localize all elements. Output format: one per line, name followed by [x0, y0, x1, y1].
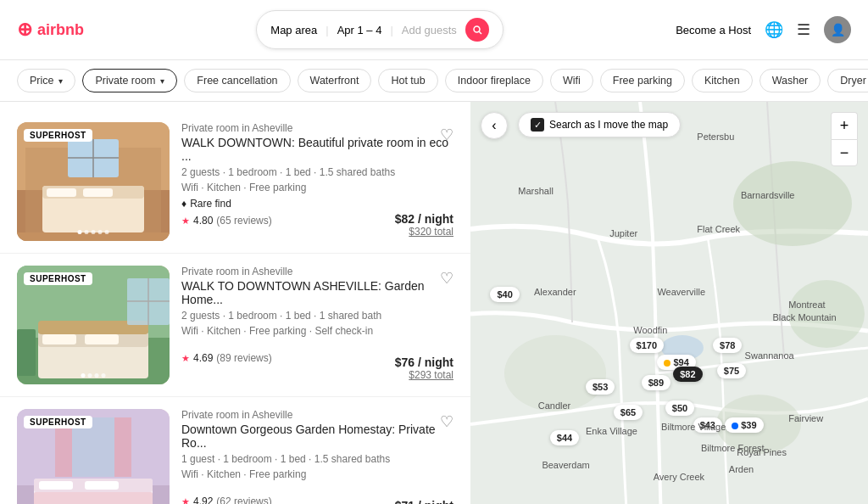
- filter-washer[interactable]: Washer: [760, 69, 821, 92]
- map-back-button[interactable]: ‹: [481, 112, 508, 139]
- listing-card-3: SUPERHOST Private room in Asheville Down…: [0, 397, 470, 504]
- listing-price-1: $82 / night $320 total: [395, 212, 453, 238]
- price-pin-50[interactable]: $50: [665, 400, 694, 416]
- listing-image-2[interactable]: SUPERHOST: [17, 266, 170, 384]
- image-dots-2: [81, 373, 106, 378]
- price-pin-43[interactable]: $43: [693, 417, 722, 433]
- listing-amenities-3: Wifi · Kitchen · Free parking: [181, 468, 453, 480]
- filter-bar: Price ▾ Private room ▾ Free cancellation…: [0, 60, 868, 102]
- star-icon: ★: [181, 496, 190, 505]
- logo-text: airbnb: [37, 21, 84, 39]
- logo[interactable]: ⊕ airbnb: [17, 19, 84, 41]
- main-content: SUPERHOST Private room in Asheville WALK…: [0, 102, 868, 504]
- listing-details-1: 2 guests · 1 bedroom · 1 bed · 1.5 share…: [181, 166, 453, 178]
- filter-free-cancellation[interactable]: Free cancellation: [184, 69, 290, 92]
- svg-point-39: [733, 161, 852, 246]
- price-night-1: $82 / night: [395, 212, 453, 226]
- price-pin-170[interactable]: $170: [630, 338, 664, 353]
- map-background: [470, 102, 868, 504]
- search-as-move-toggle[interactable]: ✓ Search as I move the map: [518, 112, 681, 137]
- svg-rect-31: [114, 417, 131, 477]
- price-night-3: $71 / night: [395, 499, 453, 504]
- price-pin-75[interactable]: $75: [717, 363, 746, 378]
- svg-rect-34: [39, 481, 73, 490]
- filter-price[interactable]: Price ▾: [17, 69, 75, 92]
- listing-title-3[interactable]: Downtown Gorgeous Garden Homestay: Priva…: [181, 423, 453, 450]
- listing-info-3: Private room in Asheville Downtown Gorge…: [181, 409, 453, 504]
- svg-point-0: [474, 26, 480, 32]
- filter-indoor-fireplace[interactable]: Indoor fireplace: [445, 69, 543, 92]
- superhost-badge-3: SUPERHOST: [24, 416, 92, 428]
- svg-rect-21: [85, 334, 119, 344]
- listing-image-3[interactable]: SUPERHOST: [17, 409, 170, 504]
- listing-price-2: $76 / night $293 total: [395, 356, 453, 381]
- listing-type-3: Private room in Asheville: [181, 409, 453, 421]
- zoom-out-button[interactable]: −: [831, 139, 858, 166]
- listing-price-3: $71 / night $276 total: [395, 499, 453, 504]
- menu-icon[interactable]: ☰: [797, 20, 810, 39]
- price-pin-89[interactable]: $89: [642, 375, 670, 390]
- price-pin-40[interactable]: $40: [490, 287, 519, 302]
- svg-rect-11: [83, 188, 113, 197]
- diamond-icon: ♦: [181, 198, 186, 210]
- filter-hot-tub[interactable]: Hot tub: [378, 69, 437, 92]
- search-guests[interactable]: Add guests: [402, 24, 457, 36]
- superhost-badge-2: SUPERHOST: [24, 272, 92, 285]
- filter-free-parking[interactable]: Free parking: [600, 69, 685, 92]
- review-count-1: (65 reviews): [216, 215, 271, 227]
- zoom-in-button[interactable]: +: [831, 112, 858, 139]
- image-dots-1: [78, 230, 109, 234]
- listing-details-2: 2 guests · 1 bedroom · 1 bed · 1 shared …: [181, 310, 453, 322]
- svg-line-1: [479, 31, 481, 34]
- listing-title-2[interactable]: WALK TO DOWNTOWN ASHEVILLE: Garden Home.…: [181, 279, 453, 306]
- header: ⊕ airbnb Map area | Apr 1 – 4 | Add gues…: [0, 0, 868, 60]
- wishlist-button-1[interactable]: ♡: [440, 126, 453, 144]
- search-location[interactable]: Map area: [270, 24, 317, 36]
- filter-dryer[interactable]: Dryer: [827, 69, 868, 92]
- svg-rect-23: [17, 329, 36, 376]
- svg-point-42: [504, 335, 606, 412]
- listing-type-2: Private room in Asheville: [181, 266, 453, 277]
- filter-waterfront[interactable]: Waterfront: [298, 69, 372, 92]
- price-pin-39[interactable]: $39: [725, 417, 763, 433]
- price-total-2: $293 total: [395, 369, 453, 381]
- listing-title-1[interactable]: WALK DOWNTOWN: Beautiful private room in…: [181, 136, 453, 163]
- search-button[interactable]: [465, 18, 489, 42]
- star-icon: ★: [181, 216, 190, 227]
- listing-image-1[interactable]: SUPERHOST: [17, 122, 170, 241]
- filter-kitchen[interactable]: Kitchen: [692, 69, 753, 92]
- star-icon: ★: [181, 353, 190, 364]
- price-pin-44[interactable]: $44: [550, 430, 579, 445]
- listing-details-3: 1 guest · 1 bedroom · 1 bed · 1.5 shared…: [181, 453, 453, 465]
- svg-rect-20: [42, 334, 76, 344]
- filter-private-room[interactable]: Private room ▾: [82, 69, 177, 92]
- svg-point-40: [788, 280, 865, 348]
- become-host-link[interactable]: Become a Host: [676, 24, 751, 36]
- zoom-controls: + −: [831, 112, 858, 166]
- airbnb-logo-icon: ⊕: [17, 19, 32, 41]
- listing-card-1: SUPERHOST Private room in Asheville WALK…: [0, 110, 470, 254]
- review-count-3: (62 reviews): [216, 496, 271, 504]
- filter-wifi[interactable]: Wifi: [550, 69, 593, 92]
- price-pin-82[interactable]: $82: [673, 367, 702, 382]
- search-dates[interactable]: Apr 1 – 4: [337, 24, 382, 36]
- globe-icon[interactable]: 🌐: [765, 20, 783, 39]
- price-night-2: $76 / night: [395, 356, 453, 369]
- search-bar[interactable]: Map area | Apr 1 – 4 | Add guests: [256, 10, 504, 49]
- listing-amenities-2: Wifi · Kitchen · Free parking · Self che…: [181, 325, 453, 337]
- chevron-down-icon: ▾: [58, 76, 63, 86]
- price-pin-53[interactable]: $53: [586, 379, 615, 395]
- avatar[interactable]: 👤: [824, 16, 851, 43]
- chevron-down-icon: ▾: [160, 76, 164, 86]
- header-right: Become a Host 🌐 ☰ 👤: [676, 16, 851, 43]
- svg-rect-36: [34, 492, 153, 504]
- wishlist-button-3[interactable]: ♡: [440, 412, 453, 431]
- wishlist-button-2[interactable]: ♡: [440, 269, 453, 288]
- price-pin-65[interactable]: $65: [614, 405, 643, 420]
- superhost-badge-1: SUPERHOST: [24, 129, 92, 142]
- listing-card-2: SUPERHOST Private room in Asheville WALK…: [0, 254, 470, 397]
- listings-panel: SUPERHOST Private room in Asheville WALK…: [0, 102, 470, 504]
- listing-type-1: Private room in Asheville: [181, 122, 453, 134]
- price-pin-78[interactable]: $78: [713, 338, 742, 353]
- rare-find-badge-1: ♦ Rare find: [181, 198, 453, 210]
